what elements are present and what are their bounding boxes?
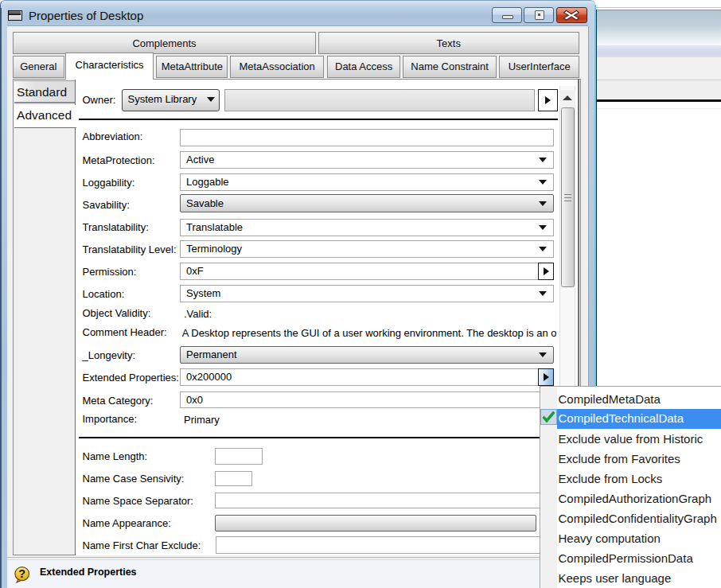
svg-text:?: ? bbox=[18, 567, 25, 580]
